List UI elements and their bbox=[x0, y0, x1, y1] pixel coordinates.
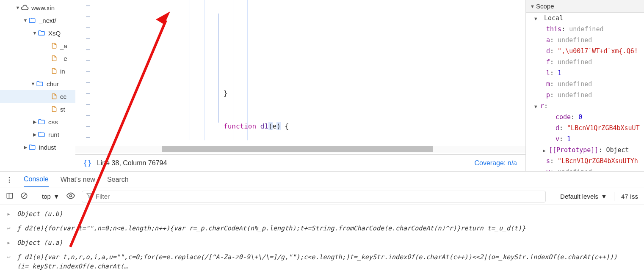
scope-property[interactable]: s: "LBcnV1QrZGB4bXsuUTYh bbox=[526, 156, 644, 167]
tree-toggle-icon[interactable]: ▼ bbox=[32, 30, 37, 36]
file-tree[interactable]: ▼www.xin▼_next/▼XsQ_a_ein▼churccst▶css▶r… bbox=[0, 0, 75, 171]
tree-label: in bbox=[60, 68, 65, 75]
folder-icon bbox=[28, 143, 36, 151]
tree-item[interactable]: ▶indust bbox=[0, 141, 75, 153]
tree-item[interactable]: in bbox=[0, 65, 75, 77]
tree-item[interactable]: _a bbox=[0, 39, 75, 52]
clear-console-icon[interactable] bbox=[20, 192, 28, 201]
file-icon bbox=[50, 42, 58, 49]
scope-property[interactable]: d: "LBcnV1QrZGB4bXsuUT bbox=[526, 123, 644, 134]
tab-console[interactable]: Console bbox=[24, 172, 49, 187]
tree-toggle-icon[interactable]: ▶ bbox=[32, 132, 37, 137]
scope-panel: ▼ Scope ▼ Local this: undefineda: undefi… bbox=[525, 0, 644, 171]
drawer-tabs: ⋮ Console What's new Search bbox=[0, 171, 644, 188]
horizontal-scrollbar[interactable] bbox=[75, 146, 525, 153]
tree-toggle-icon[interactable]: ▼ bbox=[15, 5, 20, 10]
tree-item[interactable]: ▼chur bbox=[0, 77, 75, 90]
scope-property[interactable]: d: ",\u0017`WT+d`xm{.Q6! bbox=[526, 46, 644, 57]
tab-search[interactable]: Search bbox=[107, 172, 129, 187]
tree-item[interactable]: ▼_next/ bbox=[0, 14, 75, 27]
scope-property[interactable]: v: undefined bbox=[526, 167, 644, 171]
coverage-status[interactable]: Coverage: n/a bbox=[474, 159, 517, 167]
tree-item[interactable]: _e bbox=[0, 52, 75, 65]
pretty-print-icon[interactable]: { } bbox=[84, 159, 91, 167]
tree-label: css bbox=[48, 118, 58, 126]
source-pane: ––– ––– ––– ––– – } function d1(e) { var… bbox=[75, 0, 525, 171]
tree-label: _a bbox=[60, 42, 67, 49]
console-output[interactable]: ▸Object (u.b) ↩ƒ d2(e){for(var t="",n=0;… bbox=[0, 205, 644, 275]
eye-icon[interactable] bbox=[66, 191, 75, 201]
svg-line-3 bbox=[22, 194, 26, 198]
expand-icon[interactable]: ▸ bbox=[7, 238, 13, 247]
tree-toggle-icon[interactable]: ▶ bbox=[23, 145, 28, 150]
chevron-down-icon: ▼ bbox=[601, 193, 607, 200]
svg-point-4 bbox=[69, 195, 72, 197]
scope-title: Scope bbox=[536, 3, 554, 10]
svg-rect-0 bbox=[7, 193, 13, 198]
tree-label: www.xin bbox=[31, 4, 55, 11]
tree-item[interactable]: ▼XsQ bbox=[0, 27, 75, 39]
source-status-bar: { } Line 38, Column 76794 Coverage: n/a bbox=[75, 154, 525, 171]
scope-property[interactable]: ▶[[Prototype]]: Object bbox=[526, 145, 644, 156]
tree-toggle-icon[interactable]: ▼ bbox=[23, 18, 28, 23]
toggle-sidebar-icon[interactable] bbox=[6, 192, 14, 201]
folder-icon bbox=[37, 29, 46, 37]
scope-property[interactable]: code: 0 bbox=[526, 112, 644, 123]
code-area[interactable]: } function d1(e) { var t, n, r, o, i, a,… bbox=[101, 0, 525, 146]
context-selector[interactable]: top ▼ bbox=[42, 193, 60, 200]
drawer-menu-icon[interactable]: ⋮ bbox=[6, 176, 12, 184]
tree-label: runt bbox=[48, 131, 59, 138]
scope-property[interactable]: ▼r: bbox=[526, 101, 644, 112]
tree-item[interactable]: ▶runt bbox=[0, 128, 75, 141]
return-icon: ↩ bbox=[7, 252, 13, 262]
file-icon bbox=[50, 105, 58, 113]
folder-icon bbox=[37, 130, 46, 139]
filter-input[interactable] bbox=[96, 193, 541, 200]
tree-item[interactable]: cc bbox=[0, 90, 75, 103]
console-toolbar: top ▼ Default levels ▼ 47 Iss bbox=[0, 188, 644, 205]
scope-local[interactable]: Local bbox=[544, 14, 563, 22]
scope-property[interactable]: l: 1 bbox=[526, 68, 644, 79]
tree-label: cc bbox=[60, 93, 66, 100]
folder-icon bbox=[28, 16, 36, 25]
svg-marker-5 bbox=[87, 194, 92, 198]
tree-toggle-icon[interactable]: ▼ bbox=[30, 81, 36, 86]
return-icon: ↩ bbox=[7, 224, 13, 233]
tree-item[interactable]: ▼www.xin bbox=[0, 1, 75, 14]
tree-toggle-icon[interactable]: ▶ bbox=[32, 119, 37, 125]
tree-label: XsQ bbox=[48, 30, 61, 37]
folder-icon bbox=[37, 118, 46, 126]
cloud-icon bbox=[20, 3, 29, 12]
tree-label: chur bbox=[47, 80, 59, 88]
file-icon bbox=[50, 55, 58, 62]
log-level-selector[interactable]: Default levels ▼ bbox=[560, 193, 607, 200]
file-icon bbox=[50, 67, 58, 75]
tab-whats-new[interactable]: What's new bbox=[61, 172, 95, 187]
tree-label: _e bbox=[60, 55, 67, 62]
folder-icon bbox=[36, 79, 44, 88]
scope-property[interactable]: m: undefined bbox=[526, 79, 644, 90]
file-icon bbox=[50, 93, 58, 100]
issues-link[interactable]: 47 Iss bbox=[621, 193, 638, 200]
tree-label: _next/ bbox=[39, 17, 56, 24]
filter-icon bbox=[86, 193, 92, 200]
expand-icon[interactable]: ▸ bbox=[7, 209, 13, 219]
scope-property[interactable]: p: undefined bbox=[526, 90, 644, 101]
scope-property[interactable]: f: undefined bbox=[526, 57, 644, 68]
chevron-down-icon: ▼ bbox=[53, 193, 60, 200]
scope-property[interactable]: v: 1 bbox=[526, 134, 644, 145]
filter-wrap[interactable] bbox=[82, 191, 546, 202]
tree-label: st bbox=[60, 106, 65, 113]
tree-label: indust bbox=[39, 144, 56, 151]
tree-item[interactable]: st bbox=[0, 103, 75, 115]
scope-property[interactable]: this: undefined bbox=[526, 24, 644, 35]
cursor-position: Line 38, Column 76794 bbox=[97, 159, 167, 167]
scope-property[interactable]: a: undefined bbox=[526, 35, 644, 46]
tree-item[interactable]: ▶css bbox=[0, 115, 75, 128]
